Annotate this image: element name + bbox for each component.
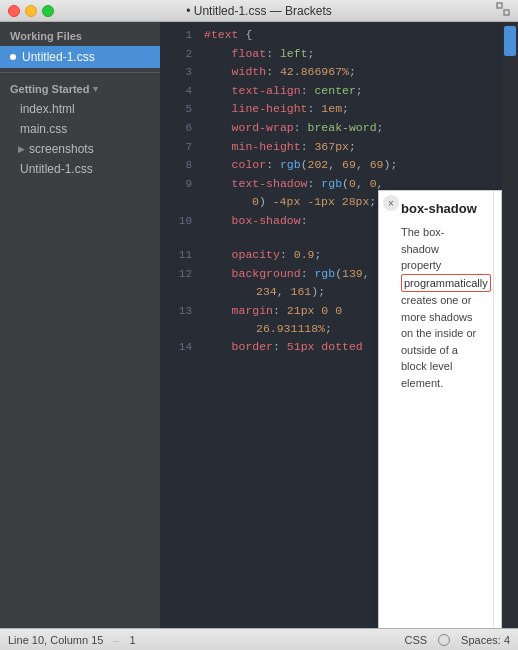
right-panel [502, 22, 518, 628]
code-line-1: 1 #text { [160, 26, 502, 45]
close-button[interactable] [8, 5, 20, 17]
spaces-label[interactable]: Spaces: 4 [461, 634, 510, 646]
minimize-button[interactable] [25, 5, 37, 17]
tooltip-close-button[interactable]: × [383, 195, 399, 211]
getting-started-section[interactable]: Getting Started ▾ [0, 77, 160, 99]
title-bar: • Untitled-1.css — Brackets [0, 0, 518, 22]
tooltip-left-description: The box-shadow property programmatically… [401, 224, 481, 391]
sidebar-item-untitled-1-css[interactable]: Untitled-1.css [0, 159, 160, 179]
language-label[interactable]: CSS [404, 634, 427, 646]
code-line-6: 6 word-wrap: break-word; [160, 119, 502, 138]
maximize-button[interactable] [42, 5, 54, 17]
code-line-2: 2 float: left; [160, 45, 502, 64]
window-controls[interactable] [8, 5, 54, 17]
tooltip-popup: × box-shadow The box-shadow property pro… [378, 190, 502, 628]
code-editor[interactable]: 1 #text { 2 float: left; 3 width: 42.866… [160, 22, 502, 628]
sidebar-divider [0, 72, 160, 73]
sidebar: Working Files Untitled-1.css Getting Sta… [0, 22, 160, 628]
sidebar-item-screenshots[interactable]: ▶ screenshots [0, 139, 160, 159]
cursor-indicator: 1 [130, 634, 136, 646]
code-scroll[interactable]: 1 #text { 2 float: left; 3 width: 42.866… [160, 22, 502, 628]
status-circle [438, 634, 450, 646]
sidebar-item-label: index.html [20, 102, 75, 116]
main-layout: Working Files Untitled-1.css Getting Sta… [0, 22, 518, 628]
cursor-position: Line 10, Column 15 [8, 634, 103, 646]
chevron-down-icon: ▾ [93, 84, 98, 94]
getting-started-label: Getting Started [10, 83, 89, 95]
arrow-right-icon: ▶ [18, 144, 25, 154]
sidebar-folder-label: screenshots [29, 142, 94, 156]
svg-rect-1 [504, 10, 509, 15]
sidebar-item-index-html[interactable]: index.html [0, 99, 160, 119]
code-line-3: 3 width: 42.866967%; [160, 63, 502, 82]
tooltip-left-panel: box-shadow The box-shadow property progr… [379, 191, 494, 628]
tooltip-left-title: box-shadow [401, 201, 481, 216]
code-line-8: 8 color: rgb(202, 69, 69); [160, 156, 502, 175]
title-bar-right [496, 2, 510, 19]
code-line-5: 5 line-height: 1em; [160, 100, 502, 119]
status-bar: Line 10, Column 15 – 1 CSS Spaces: 4 [0, 628, 518, 650]
tooltip-right-panel: blur-radius (optional) The third length … [494, 191, 502, 628]
active-dot [10, 54, 16, 60]
window-title: • Untitled-1.css — Brackets [186, 4, 332, 18]
sidebar-item-main-css[interactable]: main.css [0, 119, 160, 139]
svg-rect-0 [497, 3, 502, 8]
sidebar-item-label: Untitled-1.css [22, 50, 95, 64]
sidebar-item-label: Untitled-1.css [20, 162, 93, 176]
code-line-7: 7 min-height: 367px; [160, 138, 502, 157]
minimap-handle[interactable] [504, 26, 516, 56]
working-files-title: Working Files [0, 22, 160, 46]
code-line-4: 4 text-align: center; [160, 82, 502, 101]
sidebar-item-untitled-css[interactable]: Untitled-1.css [0, 46, 160, 68]
expand-icon [496, 2, 510, 16]
tooltip-body: box-shadow The box-shadow property progr… [379, 191, 501, 628]
sidebar-item-label: main.css [20, 122, 67, 136]
highlight-word: programmatically [401, 274, 491, 293]
